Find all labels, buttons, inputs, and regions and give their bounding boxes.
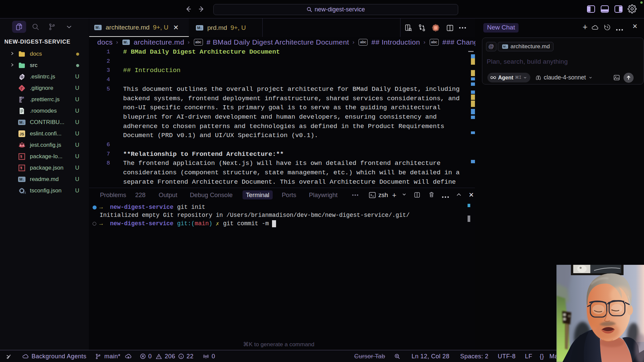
svg-text:TS: TS xyxy=(23,191,26,194)
svg-text:JS: JS xyxy=(19,132,24,136)
